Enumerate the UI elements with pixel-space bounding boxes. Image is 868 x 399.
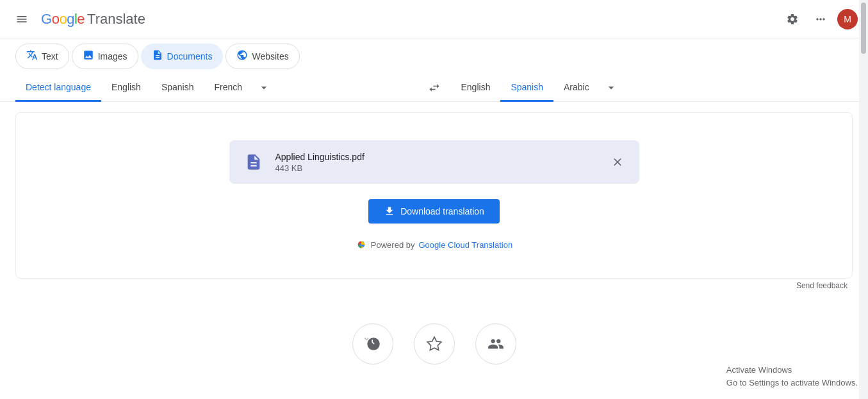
tab-text-label: Text xyxy=(42,51,58,61)
menu-button[interactable] xyxy=(10,8,33,31)
websites-tab-icon xyxy=(236,49,248,63)
target-lang-more[interactable] xyxy=(600,75,623,101)
target-lang-group: English Spanish Arabic xyxy=(451,74,853,101)
language-bar: Detect language English Spanish French E… xyxy=(0,74,868,102)
target-lang-english[interactable]: English xyxy=(451,74,501,102)
send-feedback-link[interactable]: Send feedback xyxy=(796,281,848,290)
powered-by-text: Powered by xyxy=(371,240,415,250)
tab-text[interactable]: Text xyxy=(15,44,69,69)
download-btn-label: Download translation xyxy=(400,206,484,216)
settings-button[interactable] xyxy=(781,8,804,31)
community-icon xyxy=(487,336,504,352)
tab-images-label: Images xyxy=(98,51,127,61)
google-logo-icon xyxy=(356,239,367,250)
file-size: 443 KB xyxy=(275,163,598,173)
logo[interactable]: Google Translate xyxy=(41,11,145,28)
avatar[interactable]: M xyxy=(837,9,858,29)
swap-languages-button[interactable] xyxy=(418,75,451,101)
history-button[interactable] xyxy=(352,323,393,364)
tab-images[interactable]: Images xyxy=(72,44,138,69)
header-left: Google Translate xyxy=(10,8,145,31)
tab-bar: Text Images Documents Websites xyxy=(0,38,868,69)
bottom-icons xyxy=(0,303,868,375)
logo-google-text: Google xyxy=(41,11,85,28)
main-content: Applied Linguistics.pdf 443 KB Download … xyxy=(0,102,868,303)
file-info: Applied Linguistics.pdf 443 KB xyxy=(275,152,598,173)
source-lang-detect[interactable]: Detect language xyxy=(15,74,101,102)
file-icon xyxy=(242,151,265,174)
header: Google Translate M xyxy=(0,0,868,38)
header-right: M xyxy=(781,8,858,31)
source-lang-more[interactable] xyxy=(252,75,275,101)
translation-area: Applied Linguistics.pdf 443 KB Download … xyxy=(15,112,853,279)
documents-tab-icon xyxy=(152,49,163,63)
tab-websites-label: Websites xyxy=(252,51,288,61)
download-translation-button[interactable]: Download translation xyxy=(368,199,500,224)
source-lang-spanish[interactable]: Spanish xyxy=(151,74,204,102)
images-tab-icon xyxy=(83,49,94,63)
remove-file-button[interactable] xyxy=(609,153,626,171)
source-lang-english[interactable]: English xyxy=(101,74,151,102)
source-lang-group: Detect language English Spanish French xyxy=(15,74,418,101)
google-cloud-translation-link[interactable]: Google Cloud Translation xyxy=(418,240,512,250)
scrollbar-thumb[interactable] xyxy=(861,3,866,54)
community-button[interactable] xyxy=(475,323,516,364)
text-tab-icon xyxy=(26,49,38,63)
tab-websites[interactable]: Websites xyxy=(225,44,299,69)
star-icon xyxy=(426,336,443,352)
download-icon xyxy=(384,206,395,217)
file-card: Applied Linguistics.pdf 443 KB xyxy=(229,140,639,184)
file-name: Applied Linguistics.pdf xyxy=(275,152,598,162)
saved-button[interactable] xyxy=(414,323,455,364)
logo-translate-text: Translate xyxy=(87,11,145,28)
powered-by: Powered by Google Cloud Translation xyxy=(356,239,512,250)
tab-documents-label: Documents xyxy=(167,51,213,61)
history-icon xyxy=(364,336,381,352)
target-lang-arabic[interactable]: Arabic xyxy=(553,74,600,102)
target-lang-spanish[interactable]: Spanish xyxy=(500,74,553,102)
apps-button[interactable] xyxy=(809,8,832,31)
scrollbar[interactable] xyxy=(859,0,868,375)
feedback-row: Send feedback xyxy=(15,279,853,293)
tab-documents[interactable]: Documents xyxy=(141,44,224,69)
source-lang-french[interactable]: French xyxy=(204,74,252,102)
